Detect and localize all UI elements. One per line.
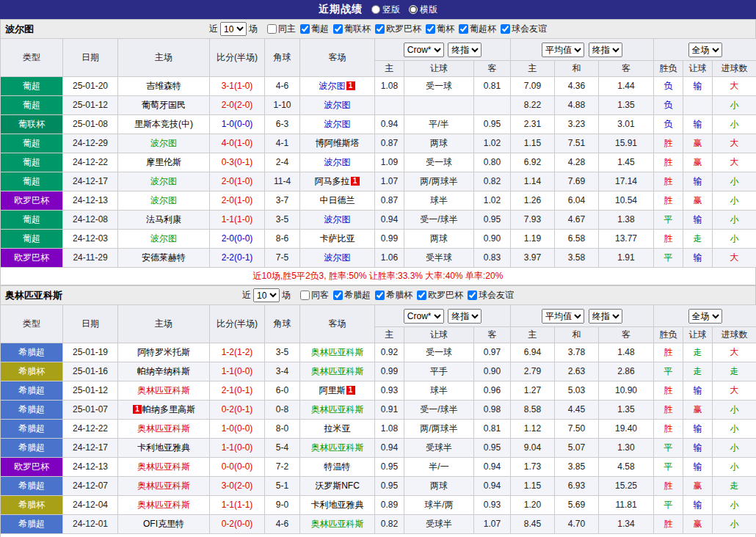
away-team-cell[interactable]: 卡利地亚雅典	[300, 496, 375, 515]
team-link[interactable]: 里斯本竞技(中)	[134, 119, 193, 129]
team-link[interactable]: 中日德兰	[320, 195, 355, 205]
home-team-cell[interactable]: 波尔图	[118, 191, 210, 211]
away-team-cell[interactable]: 波尔图	[300, 96, 375, 115]
team-link[interactable]: 阿里斯	[319, 385, 346, 395]
league-filter[interactable]: 同主	[267, 23, 296, 35]
league-filter[interactable]: 葡杯	[426, 23, 454, 35]
home-team-cell[interactable]: 1帕纳多里高斯	[118, 401, 210, 420]
team-link[interactable]: 波尔图	[324, 252, 351, 263]
home-team-cell[interactable]: 卡利地亚雅典	[118, 439, 210, 458]
league-filter[interactable]: 球会友谊	[468, 289, 514, 302]
team-link[interactable]: 奥林匹亚科斯	[137, 385, 190, 395]
filter-checkbox[interactable]	[267, 24, 277, 34]
team-link[interactable]: OFI克里特	[143, 519, 184, 529]
avg-odds-select[interactable]: 平均值	[542, 43, 584, 57]
home-team-cell[interactable]: 波尔图	[118, 172, 210, 191]
home-team-cell[interactable]: 奥林匹亚科斯	[118, 477, 210, 496]
team-link[interactable]: 博阿维斯塔	[316, 138, 360, 148]
team-link[interactable]: 特温特	[324, 461, 351, 472]
team-link[interactable]: 阿马多拉	[315, 176, 350, 186]
layout-option-vertical[interactable]: 竖版	[371, 4, 400, 16]
recent-count-select[interactable]: 10	[253, 288, 280, 302]
team-link[interactable]: 奥林匹亚科斯	[137, 461, 190, 472]
vertical-radio[interactable]	[371, 5, 380, 14]
filter-checkbox[interactable]	[333, 24, 343, 34]
team-link[interactable]: 波尔图	[324, 214, 351, 224]
team-link[interactable]: 帕纳多里高斯	[142, 404, 195, 414]
final-odds-select[interactable]: 终指	[589, 309, 622, 324]
league-filter[interactable]: 欧罗巴杯	[375, 23, 421, 35]
league-filter[interactable]: 欧罗巴杯	[417, 289, 463, 302]
team-link[interactable]: 吉维森特	[146, 81, 181, 91]
filter-checkbox[interactable]	[333, 291, 343, 300]
recent-count-select[interactable]: 10	[220, 22, 247, 36]
home-team-cell[interactable]: 奥林匹亚科斯	[118, 496, 210, 515]
team-link[interactable]: 卡利地亚雅典	[137, 442, 190, 453]
home-team-cell[interactable]: 里斯本竞技(中)	[118, 115, 210, 134]
away-team-cell[interactable]: 特温特	[300, 458, 375, 477]
home-team-cell[interactable]: 阿特罗米托斯	[118, 343, 210, 362]
filter-checkbox[interactable]	[375, 291, 385, 300]
away-team-cell[interactable]: 波尔图	[300, 249, 375, 268]
away-team-cell[interactable]: 博阿维斯塔	[300, 134, 375, 153]
home-team-cell[interactable]: 帕纳辛纳科斯	[118, 362, 210, 381]
home-team-cell[interactable]: 法马利康	[118, 211, 210, 230]
away-team-cell[interactable]: 波尔图	[300, 211, 375, 230]
scope-select[interactable]: 全场	[688, 43, 722, 57]
home-team-cell[interactable]: 波尔图	[118, 134, 210, 153]
team-link[interactable]: 阿特罗米托斯	[137, 347, 190, 357]
team-link[interactable]: 波尔图	[324, 119, 351, 129]
filter-checkbox[interactable]	[468, 291, 477, 300]
team-link[interactable]: 奥林匹亚科斯	[311, 366, 364, 376]
team-link[interactable]: 卡利地亚雅典	[311, 500, 364, 510]
home-team-cell[interactable]: 奥林匹亚科斯	[118, 381, 210, 401]
away-team-cell[interactable]: 沃罗斯NFC	[300, 477, 375, 496]
league-filter[interactable]: 葡超杯	[459, 23, 496, 35]
filter-checkbox[interactable]	[375, 24, 385, 34]
team-link[interactable]: 葡萄牙国民	[142, 100, 186, 110]
league-filter[interactable]: 希腊杯	[375, 289, 412, 302]
away-team-cell[interactable]: 波尔图	[300, 153, 375, 172]
team-link[interactable]: 安德莱赫特	[142, 252, 186, 263]
away-team-cell[interactable]: 奥林匹亚科斯	[300, 439, 375, 458]
final-odds-select[interactable]: 终指	[448, 309, 481, 324]
odds-source-select[interactable]: Crow*	[404, 309, 444, 324]
team-link[interactable]: 奥林匹亚科斯	[311, 347, 364, 357]
team-link[interactable]: 波尔图	[150, 195, 177, 205]
filter-checkbox[interactable]	[426, 24, 435, 34]
odds-source-select[interactable]: Crow*	[404, 43, 444, 57]
team-link[interactable]: 波尔图	[150, 138, 177, 148]
league-filter[interactable]: 同客	[300, 289, 329, 302]
home-team-cell[interactable]: 奥林匹亚科斯	[118, 458, 210, 477]
team-link[interactable]: 奥林匹亚科斯	[311, 519, 364, 529]
away-team-cell[interactable]: 阿里斯1	[300, 381, 375, 401]
league-filter[interactable]: 球会友谊	[501, 23, 547, 35]
league-filter[interactable]: 希腊超	[333, 289, 371, 302]
home-team-cell[interactable]: 吉维森特	[118, 77, 210, 96]
away-team-cell[interactable]: 拉米亚	[300, 420, 375, 439]
home-team-cell[interactable]: 奥林匹亚科斯	[118, 420, 210, 439]
final-odds-select[interactable]: 终指	[589, 43, 622, 57]
team-link[interactable]: 波尔图	[150, 233, 177, 244]
team-link[interactable]: 波尔图	[319, 81, 346, 91]
team-link[interactable]: 沃罗斯NFC	[315, 481, 360, 491]
team-link[interactable]: 拉米亚	[324, 423, 351, 434]
team-link[interactable]: 卡萨比亚	[320, 233, 355, 244]
team-link[interactable]: 奥林匹亚科斯	[137, 481, 190, 491]
final-odds-select[interactable]: 终指	[448, 43, 481, 57]
home-team-cell[interactable]: 波尔图	[118, 230, 210, 249]
away-team-cell[interactable]: 奥林匹亚科斯	[300, 343, 375, 362]
away-team-cell[interactable]: 中日德兰	[300, 191, 375, 211]
team-link[interactable]: 奥林匹亚科斯	[311, 442, 364, 453]
home-team-cell[interactable]: 安德莱赫特	[118, 249, 210, 268]
home-team-cell[interactable]: 摩里伦斯	[118, 153, 210, 172]
filter-checkbox[interactable]	[300, 291, 310, 300]
away-team-cell[interactable]: 卡萨比亚	[300, 230, 375, 249]
filter-checkbox[interactable]	[501, 24, 510, 34]
team-link[interactable]: 帕纳辛纳科斯	[137, 366, 190, 376]
filter-checkbox[interactable]	[417, 291, 426, 300]
team-link[interactable]: 波尔图	[324, 100, 351, 110]
away-team-cell[interactable]: 奥林匹亚科斯	[300, 401, 375, 420]
filter-checkbox[interactable]	[300, 24, 310, 34]
team-link[interactable]: 奥林匹亚科斯	[137, 423, 190, 434]
